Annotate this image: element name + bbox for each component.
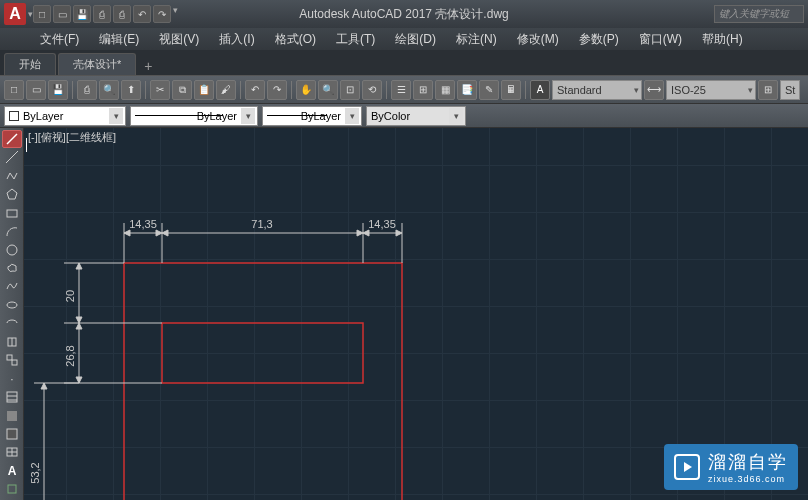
qat-new-icon[interactable]: □ [33,5,51,23]
tb-publish-icon[interactable]: ⬆ [121,80,141,100]
insert-tool-icon[interactable] [2,333,22,350]
tb-dim-icon[interactable]: ⟷ [644,80,664,100]
hatch-tool-icon[interactable] [2,388,22,405]
menu-parametric[interactable]: 参数(P) [569,28,629,50]
tb-zoomwin-icon[interactable]: ⊡ [340,80,360,100]
file-tab-bar: 开始 壳体设计* + [0,50,808,76]
table-tool-icon[interactable] [2,444,22,461]
qat-more-icon[interactable]: ▾ [173,5,178,23]
block-tool-icon[interactable] [2,352,22,369]
revcloud-tool-icon[interactable] [2,259,22,276]
menu-draw[interactable]: 绘图(D) [385,28,446,50]
separator [72,81,73,99]
standard-dropdown[interactable]: St [780,80,800,100]
tb-sheetset-icon[interactable]: 📑 [457,80,477,100]
tb-designcenter-icon[interactable]: ⊞ [413,80,433,100]
menu-file[interactable]: 文件(F) [30,28,89,50]
mtext-tool-icon[interactable]: A [2,462,22,479]
polyline-tool-icon[interactable] [2,167,22,184]
menu-tools[interactable]: 工具(T) [326,28,385,50]
tb-copy-icon[interactable]: ⧉ [172,80,192,100]
linetype-dropdown[interactable]: ByLayer ▾ [130,106,258,126]
dropdown-arrow-icon: ▾ [345,108,359,124]
tb-open-icon[interactable]: ▭ [26,80,46,100]
lineweight-dropdown[interactable]: ByLayer ▾ [262,106,362,126]
layer-color-dropdown[interactable]: ByLayer ▾ [4,106,126,126]
tb-zoom-icon[interactable]: 🔍 [318,80,338,100]
polygon-tool-icon[interactable] [2,186,22,203]
menu-window[interactable]: 窗口(W) [629,28,692,50]
rectangle-tool-icon[interactable] [2,204,22,221]
drawing-canvas[interactable]: [-][俯视][二维线框] 14,35 71, [24,128,808,500]
tb-print-icon[interactable]: ⎙ [77,80,97,100]
tb-match-icon[interactable]: 🖌 [216,80,236,100]
qat-plot-icon[interactable]: ⎙ [113,5,131,23]
qat-save-icon[interactable]: 💾 [73,5,91,23]
tb-new-icon[interactable]: □ [4,80,24,100]
svg-rect-9 [12,360,17,365]
svg-rect-8 [7,355,12,360]
qat-redo-icon[interactable]: ↷ [153,5,171,23]
circle-tool-icon[interactable] [2,241,22,258]
qat-saveas-icon[interactable]: ⎙ [93,5,111,23]
gradient-tool-icon[interactable] [2,407,22,424]
quick-access-toolbar: □ ▭ 💾 ⎙ ⎙ ↶ ↷ ▾ [33,5,178,23]
tab-new-icon[interactable]: + [138,57,158,75]
tb-save-icon[interactable]: 💾 [48,80,68,100]
st-label: St [785,84,795,96]
region-tool-icon[interactable] [2,425,22,442]
menu-edit[interactable]: 编辑(E) [89,28,149,50]
tb-markup-icon[interactable]: ✎ [479,80,499,100]
menu-view[interactable]: 视图(V) [149,28,209,50]
dim-h2: 71,3 [251,218,272,230]
dropdown-arrow-icon: ▾ [634,85,639,95]
dropdown-arrow-icon: ▾ [449,108,463,124]
app-logo-icon[interactable]: A [4,3,26,25]
svg-line-0 [7,134,17,144]
tb-cut-icon[interactable]: ✂ [150,80,170,100]
watermark-url: zixue.3d66.com [708,474,788,484]
ellipsearc-tool-icon[interactable] [2,315,22,332]
dim-style-dropdown[interactable]: ISO-25 ▾ [666,80,756,100]
addselected-tool-icon[interactable] [2,481,22,498]
arc-tool-icon[interactable] [2,222,22,239]
tb-props-icon[interactable]: ☰ [391,80,411,100]
tb-pan-icon[interactable]: ✋ [296,80,316,100]
search-input[interactable]: 键入关键字或短 [714,5,804,23]
xline-tool-icon[interactable] [2,149,22,166]
viewport-label[interactable]: [-][俯视][二维线框] [28,130,116,145]
ellipse-tool-icon[interactable] [2,296,22,313]
spline-tool-icon[interactable] [2,278,22,295]
svg-marker-39 [76,263,82,269]
tab-start[interactable]: 开始 [4,53,56,75]
menu-modify[interactable]: 修改(M) [507,28,569,50]
tb-preview-icon[interactable]: 🔍 [99,80,119,100]
svg-rect-3 [7,210,17,217]
text-cursor-icon [26,138,27,152]
plotstyle-dropdown[interactable]: ByColor ▾ [366,106,466,126]
draw-toolbar: · A [0,128,24,500]
text-style-value: Standard [557,84,602,96]
text-style-dropdown[interactable]: Standard ▾ [552,80,642,100]
main-toolbar: □ ▭ 💾 ⎙ 🔍 ⬆ ✂ ⧉ 📋 🖌 ↶ ↷ ✋ 🔍 ⊡ ⟲ ☰ ⊞ ▦ 📑 … [0,76,808,104]
tb-zoomprev-icon[interactable]: ⟲ [362,80,382,100]
tab-current-file[interactable]: 壳体设计* [58,53,136,75]
menu-format[interactable]: 格式(O) [265,28,326,50]
qat-open-icon[interactable]: ▭ [53,5,71,23]
menu-insert[interactable]: 插入(I) [209,28,264,50]
tb-toolpalette-icon[interactable]: ▦ [435,80,455,100]
tb-redo-icon[interactable]: ↷ [267,80,287,100]
menu-help[interactable]: 帮助(H) [692,28,753,50]
layer-bar: ByLayer ▾ ByLayer ▾ ByLayer ▾ ByColor ▾ [0,104,808,128]
qat-undo-icon[interactable]: ↶ [133,5,151,23]
dim-v2: 26,8 [64,345,76,366]
tb-calc-icon[interactable]: 🖩 [501,80,521,100]
point-tool-icon[interactable]: · [2,370,22,387]
tb-table-icon[interactable]: ⊞ [758,80,778,100]
svg-point-5 [7,302,17,308]
tb-text-icon[interactable]: A [530,80,550,100]
tb-paste-icon[interactable]: 📋 [194,80,214,100]
tb-undo-icon[interactable]: ↶ [245,80,265,100]
line-tool-icon[interactable] [2,130,22,148]
menu-dimension[interactable]: 标注(N) [446,28,507,50]
